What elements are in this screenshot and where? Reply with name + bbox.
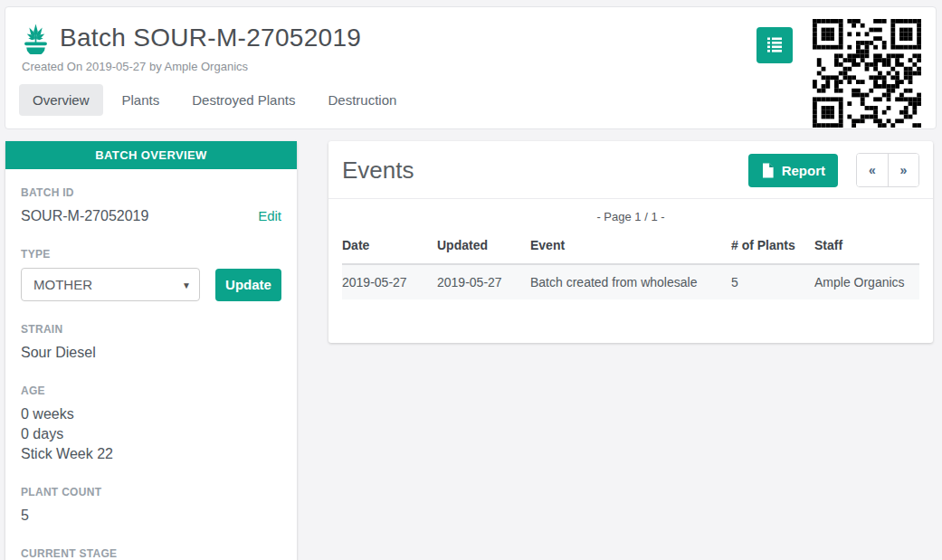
age-label: AGE <box>21 384 281 397</box>
tab-destruction[interactable]: Destruction <box>314 84 410 116</box>
qr-code <box>813 19 921 128</box>
pagination-prev-button[interactable]: « <box>857 154 888 186</box>
strain-value: Sour Diesel <box>21 343 281 363</box>
cell-staff: Ample Organics <box>814 264 919 299</box>
current-stage-field: CURRENT STAGE <box>21 547 281 560</box>
type-select[interactable]: MOTHER <box>21 268 200 301</box>
edit-batch-id-link[interactable]: Edit <box>258 208 281 223</box>
page-title: Batch SOUR-M-27052019 <box>60 24 361 52</box>
age-days: 0 days <box>21 424 281 444</box>
tab-bar: Overview Plants Destroyed Plants Destruc… <box>19 84 921 116</box>
tab-plants[interactable]: Plants <box>109 84 174 116</box>
cell-event: Batch created from wholesale <box>530 264 731 299</box>
content: BATCH OVERVIEW BATCH ID SOUR-M-27052019 … <box>5 141 933 560</box>
pagination-next-button[interactable]: » <box>888 154 918 186</box>
file-icon <box>761 163 775 178</box>
column-header-plants: # of Plants <box>731 233 814 264</box>
type-label: TYPE <box>21 248 281 261</box>
current-stage-label: CURRENT STAGE <box>21 547 281 560</box>
batch-overview-body: BATCH ID SOUR-M-27052019 Edit TYPE MOTHE… <box>5 169 297 560</box>
list-icon <box>766 35 784 56</box>
events-panel: Events Report « » - Page 1 / 1 - <box>328 141 933 343</box>
tab-destroyed-plants[interactable]: Destroyed Plants <box>178 84 309 116</box>
cannabis-plant-icon <box>19 21 52 54</box>
report-button-label: Report <box>782 163 825 178</box>
column-header-staff: Staff <box>814 233 919 264</box>
update-type-button[interactable]: Update <box>215 269 281 301</box>
plant-count-field: PLANT COUNT 5 <box>21 486 281 526</box>
events-pagination: « » <box>856 153 919 187</box>
batch-detail-page: Batch SOUR-M-27052019 Created On 2019-05… <box>0 0 942 560</box>
column-header-updated: Updated <box>437 233 530 264</box>
events-table-header-row: Date Updated Event # of Plants Staff <box>342 233 919 264</box>
events-table: Date Updated Event # of Plants Staff 201… <box>342 233 919 299</box>
age-weeks: 0 weeks <box>21 404 281 424</box>
batch-id-label: BATCH ID <box>21 186 281 199</box>
batch-overview-panel: BATCH OVERVIEW BATCH ID SOUR-M-27052019 … <box>5 141 297 560</box>
tab-overview[interactable]: Overview <box>19 84 103 116</box>
page-indicator: - Page 1 / 1 - <box>328 199 933 233</box>
header-card: Batch SOUR-M-27052019 Created On 2019-05… <box>5 6 937 129</box>
batch-id-value: SOUR-M-27052019 <box>21 206 148 226</box>
column-header-date: Date <box>342 233 437 264</box>
list-view-button[interactable] <box>756 27 793 63</box>
strain-label: STRAIN <box>21 323 281 336</box>
batch-overview-panel-title: BATCH OVERVIEW <box>5 141 297 169</box>
cell-updated: 2019-05-27 <box>437 264 530 299</box>
column-header-event: Event <box>530 233 731 264</box>
report-button[interactable]: Report <box>748 154 838 187</box>
age-stick-week: Stick Week 22 <box>21 444 281 464</box>
events-title: Events <box>342 157 748 185</box>
plant-count-value: 5 <box>21 506 281 526</box>
batch-id-field: BATCH ID SOUR-M-27052019 Edit <box>21 186 281 226</box>
age-field: AGE 0 weeks 0 days Stick Week 22 <box>21 384 281 464</box>
table-row: 2019-05-27 2019-05-27 Batch created from… <box>342 264 919 299</box>
events-header: Events Report « » <box>328 141 933 198</box>
plant-count-label: PLANT COUNT <box>21 486 281 498</box>
cell-plants: 5 <box>731 264 814 299</box>
cell-date: 2019-05-27 <box>342 264 437 299</box>
type-field: TYPE MOTHER ▼ Update <box>21 248 281 301</box>
strain-field: STRAIN Sour Diesel <box>21 323 281 363</box>
